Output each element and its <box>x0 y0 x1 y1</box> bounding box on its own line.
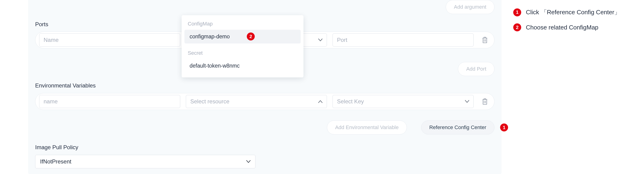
trash-icon <box>482 36 488 43</box>
delete-port-button[interactable] <box>479 34 490 46</box>
step-badge-1: 1 <box>500 124 508 131</box>
image-pull-policy-select[interactable]: IfNotPresent <box>35 155 256 169</box>
popover-group-configmap-label: ConfigMap <box>184 18 301 30</box>
env-key-placeholder: Select Key <box>337 98 364 105</box>
form-panel: Add argument Ports Protocol <box>28 0 502 174</box>
image-pull-policy-label: Image Pull Policy <box>35 144 78 151</box>
port-number-field[interactable] <box>337 37 469 43</box>
env-resource-select[interactable]: Select resource <box>186 95 327 108</box>
chevron-down-icon <box>246 160 250 163</box>
add-argument-label: Add argument <box>454 4 486 10</box>
reference-config-center-label: Reference Config Center <box>429 124 486 131</box>
chevron-up-icon <box>318 100 322 103</box>
instructions-panel: 1 Click 「Reference Config Center」 2 Choo… <box>513 8 640 38</box>
instruction-row-1: 1 Click 「Reference Config Center」 <box>513 8 640 16</box>
step-badge-1-copy: 1 <box>513 8 521 16</box>
add-env-variable-button[interactable]: Add Environmental Variable <box>327 120 407 135</box>
step-badge-2-copy: 2 <box>513 23 521 31</box>
step-badge-2: 2 <box>247 32 255 40</box>
add-env-variable-label: Add Environmental Variable <box>335 124 399 131</box>
popover-item-label: configmap-demo <box>190 33 230 39</box>
port-name-input[interactable] <box>39 33 180 46</box>
env-row: Select resource Select Key <box>35 93 494 110</box>
reference-config-center-button[interactable]: Reference Config Center <box>421 120 494 135</box>
instruction-text-1: Click 「Reference Config Center」 <box>526 8 620 16</box>
env-key-select[interactable]: Select Key <box>332 95 474 108</box>
image-pull-policy-value: IfNotPresent <box>40 158 71 165</box>
env-section-label: Environmental Variables <box>35 82 96 89</box>
trash-icon <box>482 98 488 105</box>
add-port-button[interactable]: Add Port <box>458 62 494 76</box>
port-name-field[interactable] <box>44 37 176 43</box>
instruction-row-2: 2 Choose related ConfigMap <box>513 23 640 31</box>
env-resource-placeholder: Select resource <box>190 98 230 105</box>
resource-dropdown-popover: ConfigMap configmap-demo 2 Secret defaul… <box>182 15 304 77</box>
add-port-label: Add Port <box>466 66 486 72</box>
delete-env-button[interactable] <box>479 96 490 107</box>
env-name-field[interactable] <box>44 98 176 105</box>
port-number-input[interactable] <box>332 33 474 46</box>
chevron-down-icon <box>318 39 322 41</box>
chevron-down-icon <box>465 100 469 103</box>
instruction-text-2: Choose related ConfigMap <box>526 24 598 31</box>
popover-item-label: default-token-w8nmc <box>190 63 240 69</box>
popover-item-default-token[interactable]: default-token-w8nmc <box>184 59 301 73</box>
add-argument-button[interactable]: Add argument <box>446 0 494 14</box>
popover-group-secret-label: Secret <box>184 48 301 59</box>
ports-section-label: Ports <box>35 21 48 28</box>
popover-item-configmap-demo[interactable]: configmap-demo 2 <box>184 30 301 43</box>
env-name-input[interactable] <box>39 95 180 108</box>
